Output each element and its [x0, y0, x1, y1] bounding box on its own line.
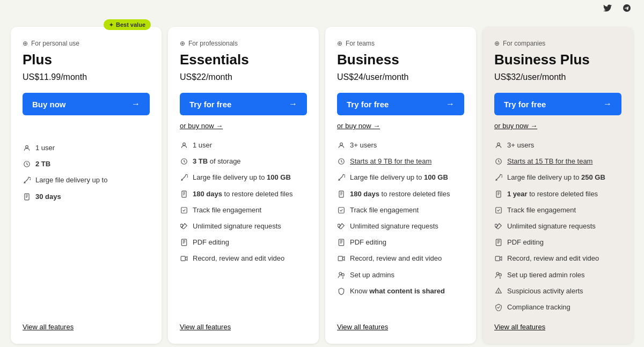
video-icon — [494, 254, 503, 263]
file-icon — [180, 190, 188, 198]
top-bar — [584, 0, 644, 16]
chart-icon — [180, 206, 188, 215]
feature-text: 2 TB — [35, 159, 50, 169]
feature-item: Record, review and edit video — [494, 254, 621, 263]
feature-item: Large file delivery up to 250 GB — [494, 173, 621, 182]
svg-rect-19 — [496, 191, 501, 197]
rocket-icon — [494, 173, 503, 182]
plan-card-business-plus: For companiesBusiness PlusUS$32/user/mon… — [482, 27, 633, 344]
pdf-icon — [180, 238, 188, 247]
svg-point-3 — [183, 143, 186, 145]
svg-rect-14 — [338, 256, 342, 261]
compliance-icon — [494, 303, 503, 312]
primary-cta-button[interactable]: Try for free→ — [494, 93, 621, 115]
primary-cta-button[interactable]: Try for free→ — [337, 93, 464, 115]
svg-point-9 — [340, 143, 343, 145]
chart-icon — [337, 206, 346, 215]
or-buy-now-link[interactable]: or buy now → — [180, 122, 307, 130]
feature-text: 30 days — [35, 192, 61, 202]
features-list: 3+ users Starts at 15 TB for the team La… — [494, 141, 621, 312]
feature-item: 3+ users — [337, 141, 464, 150]
svg-point-24 — [499, 274, 502, 276]
feature-item: 1 user — [23, 143, 150, 153]
person-icon — [494, 141, 503, 150]
view-all-link[interactable]: View all features — [180, 323, 307, 331]
feature-text: 180 days to restore deleted files — [350, 189, 450, 199]
feature-item: 1 year to restore deleted files — [494, 189, 621, 199]
feature-item: Suspicious activity alerts — [494, 286, 621, 296]
rocket-icon — [23, 176, 31, 184]
clock-icon — [337, 157, 346, 166]
person-icon — [180, 141, 188, 150]
feature-text: 1 user — [193, 141, 212, 150]
feature-text: 3+ users — [350, 141, 377, 150]
feature-item: PDF editing — [337, 238, 464, 247]
video-icon — [337, 254, 346, 263]
plan-name: Plus — [23, 51, 150, 68]
feature-text: Unlimited signature requests — [193, 222, 281, 231]
rocket-icon — [180, 173, 188, 182]
plan-price: US$22/month — [180, 72, 307, 82]
primary-cta-button[interactable]: Try for free→ — [180, 93, 307, 115]
feature-item: Large file delivery up to 100 GB — [180, 173, 307, 182]
plan-category: For professionals — [180, 40, 307, 47]
video-icon — [180, 254, 188, 263]
twitter-link — [603, 4, 614, 12]
telegram-link — [623, 4, 633, 12]
svg-rect-20 — [496, 208, 502, 213]
feature-text: 3+ users — [507, 141, 534, 150]
svg-rect-12 — [339, 208, 345, 213]
feature-text: 1 user — [35, 143, 55, 153]
feature-text: Record, review and edit video — [507, 254, 599, 263]
feature-text: Starts at 9 TB for the team — [350, 157, 431, 166]
view-all-link[interactable]: View all features — [337, 323, 464, 331]
clock-icon — [23, 160, 31, 168]
feature-text: Record, review and edit video — [193, 254, 284, 263]
feature-text: PDF editing — [507, 238, 544, 247]
shield-icon — [337, 287, 346, 296]
feature-item: Compliance tracking — [494, 302, 621, 312]
alert-icon — [494, 287, 503, 296]
view-all-link[interactable]: View all features — [494, 323, 621, 331]
feature-item: Unlimited signature requests — [494, 222, 621, 231]
plan-card-essentials: For professionalsEssentialsUS$22/monthTr… — [168, 27, 319, 344]
view-all-link[interactable]: View all features — [23, 323, 150, 331]
feature-item: Record, review and edit video — [337, 254, 464, 263]
feature-text: Large file delivery up to 250 GB — [507, 173, 605, 182]
svg-rect-11 — [339, 191, 343, 197]
person-icon — [337, 141, 346, 150]
feature-text: PDF editing — [193, 238, 229, 247]
plan-price: US$32/user/month — [494, 72, 621, 82]
feature-text: 1 year to restore deleted files — [507, 189, 598, 199]
plan-price: US$11.99/month — [23, 72, 150, 82]
feature-item: 2 TB — [23, 159, 150, 169]
svg-rect-5 — [182, 191, 186, 197]
feature-text: Track file engagement — [193, 205, 261, 215]
feature-text: Set up tiered admin roles — [507, 270, 585, 280]
admin-icon — [494, 271, 503, 279]
or-buy-now-link[interactable]: or buy now → — [494, 122, 621, 130]
plans-container: Best valueFor personal usePlusUS$11.99/m… — [11, 27, 633, 344]
svg-rect-8 — [181, 256, 185, 261]
feature-text: 3 TB of storage — [193, 157, 241, 166]
sign-icon — [180, 222, 188, 231]
feature-item: Large file delivery up to — [23, 175, 150, 185]
svg-point-17 — [497, 143, 500, 145]
plan-name: Business Plus — [494, 51, 621, 68]
feature-text: Record, review and edit video — [350, 254, 442, 263]
feature-text: 180 days to restore deleted files — [193, 189, 292, 199]
feature-item: PDF editing — [494, 238, 621, 247]
feature-text: Suspicious activity alerts — [507, 286, 583, 296]
or-buy-now-link[interactable]: or buy now → — [337, 122, 464, 130]
sign-icon — [494, 222, 503, 231]
svg-rect-13 — [339, 239, 343, 246]
feature-text: Track file engagement — [350, 205, 419, 215]
plan-name: Business — [337, 51, 464, 68]
svg-rect-2 — [25, 194, 29, 200]
feature-item: Track file engagement — [494, 205, 621, 215]
feature-item: 3 TB of storage — [180, 157, 307, 166]
features-list: 1 user 3 TB of storage Large file delive… — [180, 141, 307, 264]
svg-rect-21 — [496, 239, 501, 246]
feature-text: PDF editing — [350, 238, 386, 247]
primary-cta-button[interactable]: Buy now→ — [23, 93, 150, 115]
